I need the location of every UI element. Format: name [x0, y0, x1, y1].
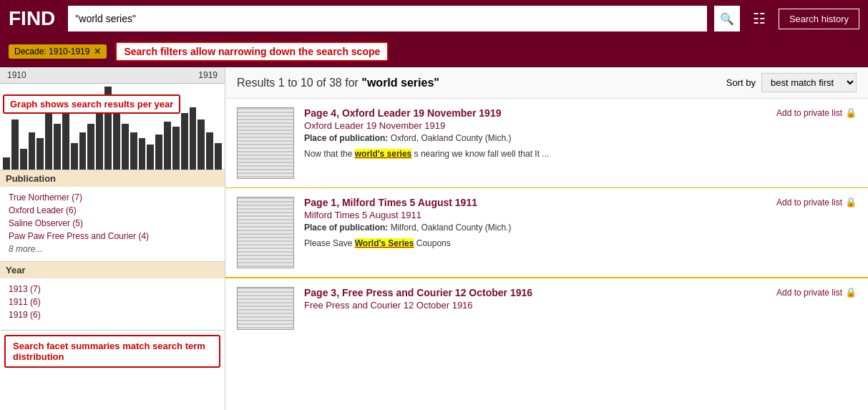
header: FIND 🔍 ☷ Search history	[0, 0, 868, 37]
result-page-link-1[interactable]: Page 4, Oxford Leader 19 November 1919	[304, 107, 501, 119]
facet-year-3[interactable]: 1919 (6)	[9, 310, 216, 320]
result-page-link-3[interactable]: Page 3, Free Press and Courier 12 Octobe…	[304, 287, 532, 298]
result-item-partial: Page 3, Free Press and Courier 12 Octobe…	[225, 278, 868, 333]
facet-pub-2[interactable]: Oxford Leader (6)	[9, 205, 216, 215]
chart-bar	[190, 107, 197, 170]
sort-select[interactable]: best match first date newest first date …	[761, 73, 857, 92]
brand-logo: FIND	[9, 7, 55, 30]
chart-bar	[172, 127, 180, 170]
facet-pub-1[interactable]: True Northerner (7)	[9, 192, 216, 202]
chart-bar	[3, 157, 10, 170]
results-area: Results 1 to 10 of 38 for "world series"…	[225, 67, 868, 410]
result-action-2: Add to private list 🔒	[742, 197, 857, 208]
facet-pub-3[interactable]: Saline Observer (5)	[9, 218, 216, 228]
result-page-link-2[interactable]: Page 1, Milford Times 5 August 1911	[304, 197, 477, 208]
chart-bar	[79, 132, 87, 170]
result-content-1: Page 4, Oxford Leader 19 November 1919 O…	[304, 107, 732, 160]
chart-bar	[11, 119, 19, 170]
chart-bar	[87, 124, 94, 170]
result-action-1: Add to private list 🔒	[742, 107, 857, 118]
facet-pub-4[interactable]: Paw Paw Free Press and Courier (4)	[9, 231, 216, 241]
chart-bar	[54, 124, 61, 170]
active-filter-badge: Decade: 1910-1919 ✕	[9, 44, 107, 59]
chart-bar	[147, 145, 154, 170]
results-header: Results 1 to 10 of 38 for "world series"…	[225, 67, 868, 99]
lock-icon: 🔒	[845, 107, 857, 118]
chart-bar	[71, 143, 78, 170]
chart-bar	[62, 113, 69, 170]
publication-facet-title: Publication	[0, 170, 225, 187]
filter-annotation: Search filters allow narrowing down the …	[115, 42, 389, 62]
chart-bar	[181, 113, 188, 170]
facet-annotation: Search facet summaries match search term…	[4, 335, 220, 368]
result-content-3: Page 3, Free Press and Courier 12 Octobe…	[304, 287, 732, 311]
result-action-3: Add to private list 🔒	[742, 287, 857, 298]
sidebar: 1910 1919 Graph shows search results per…	[0, 67, 225, 410]
search-button[interactable]: 🔍	[714, 6, 740, 31]
filters-bar: Decade: 1910-1919 ✕ Search filters allow…	[0, 37, 868, 67]
remove-filter-button[interactable]: ✕	[94, 47, 101, 57]
add-to-list-button-2[interactable]: Add to private list 🔒	[776, 197, 857, 208]
sort-area: Sort by best match first date newest fir…	[726, 73, 857, 92]
result-pub-1: Oxford Leader 19 November 1919	[304, 120, 732, 131]
result-thumbnail-2	[237, 197, 294, 268]
result-snippet-2: Please Save World's Series Coupons	[304, 237, 732, 250]
result-pub-3: Free Press and Courier 12 October 1916	[304, 300, 732, 311]
result-place-1: Place of publication: Oxford, Oakland Co…	[304, 133, 732, 143]
result-pub-2: Milford Times 5 August 1911	[304, 210, 732, 220]
chart-bar	[198, 119, 205, 170]
timeline-area: 1910 1919 Graph shows search results per…	[0, 67, 225, 170]
facet-year-2[interactable]: 1911 (6)	[9, 297, 216, 307]
chart-bar	[45, 107, 52, 170]
search-input[interactable]	[68, 6, 707, 31]
pub-more: 8 more...	[9, 244, 216, 254]
result-item: Page 4, Oxford Leader 19 November 1919 O…	[225, 99, 868, 188]
result-item: Page 1, Milford Times 5 August 1911 Milf…	[225, 188, 868, 278]
timeline-header: 1910 1919	[0, 67, 225, 84]
search-history-button[interactable]: Search history	[779, 9, 859, 29]
year-facet-title: Year	[0, 262, 225, 278]
lock-icon: 🔒	[845, 197, 857, 208]
lock-icon: 🔒	[845, 287, 857, 298]
chart-bar	[139, 138, 146, 170]
result-thumbnail-1	[237, 107, 294, 179]
results-summary: Results 1 to 10 of 38 for "world series"	[237, 77, 439, 89]
chart-bar	[29, 132, 36, 170]
chart-bar	[215, 143, 222, 170]
facet-year-1[interactable]: 1913 (7)	[9, 284, 216, 294]
search-icon: 🔍	[720, 12, 734, 26]
result-content-2: Page 1, Milford Times 5 August 1911 Milf…	[304, 197, 732, 250]
chart-bar	[130, 132, 137, 170]
chart-bar	[206, 132, 213, 170]
chart-bar	[113, 113, 120, 170]
timeline-start-year: 1910	[7, 70, 26, 80]
main-container: 1910 1919 Graph shows search results per…	[0, 67, 868, 410]
result-snippet-1: Now that the world's series s nearing we…	[304, 147, 732, 160]
chart-bar	[20, 149, 27, 170]
timeline-end-year: 1919	[198, 70, 218, 80]
chart-bar	[122, 124, 129, 170]
year-facet: Year 1913 (7) 1911 (6) 1919 (6)	[0, 262, 225, 331]
filter-button[interactable]: ☷	[747, 7, 771, 30]
filter-icon: ☷	[753, 11, 766, 26]
chart-bar	[155, 135, 162, 170]
result-place-2: Place of publication: Milford, Oakland C…	[304, 223, 732, 233]
chart-annotation: Graph shows search results per year	[3, 94, 180, 114]
chart-bar	[36, 138, 44, 170]
publication-facet: Publication True Northerner (7) Oxford L…	[0, 170, 225, 262]
timeline-chart[interactable]: Graph shows search results per year	[0, 84, 225, 170]
add-to-list-button-1[interactable]: Add to private list 🔒	[776, 107, 857, 118]
chart-bar	[164, 122, 171, 170]
add-to-list-button-3[interactable]: Add to private list 🔒	[776, 287, 857, 298]
result-thumbnail-3	[237, 287, 294, 330]
